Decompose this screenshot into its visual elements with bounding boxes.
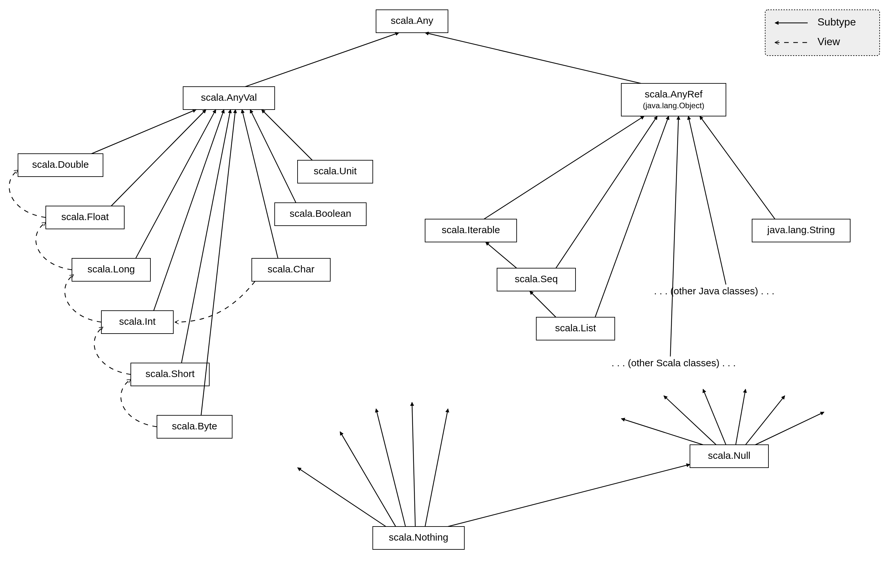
svg-line-45 [755,412,824,445]
svg-line-34 [530,291,556,317]
label-boolean: scala.Boolean [290,208,351,219]
legend-subtype-label: Subtype [817,16,856,28]
note-other-scala: . . . (other Scala classes) . . . [612,357,736,368]
svg-line-21 [245,33,399,87]
node-int: scala.Int [101,311,173,334]
svg-line-50 [425,409,448,526]
node-nothing: scala.Nothing [373,526,464,549]
node-short: scala.Short [131,363,209,386]
svg-line-38 [670,116,678,357]
svg-line-42 [703,389,726,445]
svg-line-26 [154,110,224,311]
svg-line-33 [486,242,516,268]
svg-line-47 [340,432,396,526]
svg-line-28 [201,110,236,415]
node-anyref: scala.AnyRef (java.lang.Object) [621,83,726,116]
svg-line-29 [242,110,278,258]
label-null: scala.Null [708,450,751,461]
label-list: scala.List [555,322,596,333]
node-char: scala.Char [252,258,330,281]
svg-line-48 [376,409,405,526]
label-anyref: scala.AnyRef [645,89,703,100]
svg-line-35 [700,116,775,219]
label-nothing: scala.Nothing [389,532,448,543]
label-any: scala.Any [391,15,433,26]
label-short: scala.Short [145,368,195,379]
svg-line-41 [664,396,716,445]
node-double: scala.Double [18,154,103,177]
svg-line-49 [412,402,415,526]
label-anyval: scala.AnyVal [201,92,257,103]
node-iterable: scala.Iterable [425,219,516,242]
scala-hierarchy-diagram: Subtype View scala.Any scala.AnyVal scal… [0,0,894,588]
svg-line-40 [621,419,703,445]
node-null: scala.Null [690,445,769,468]
svg-line-22 [425,33,641,83]
svg-line-51 [448,464,690,526]
label-string: java.lang.String [767,224,835,235]
label-char: scala.Char [267,264,314,274]
svg-line-31 [261,110,312,160]
svg-line-39 [688,116,726,284]
svg-line-36 [556,116,657,268]
node-byte: scala.Byte [157,415,232,438]
svg-line-46 [297,468,386,526]
node-string: java.lang.String [752,219,850,242]
node-seq: scala.Seq [497,268,575,291]
label-seq: scala.Seq [515,274,558,284]
label-anyref-sub: (java.lang.Object) [643,101,704,110]
label-int: scala.Int [119,316,156,327]
svg-line-32 [484,116,644,219]
svg-line-43 [736,389,746,445]
node-list: scala.List [536,317,615,340]
node-boolean: scala.Boolean [275,203,366,226]
label-iterable: scala.Iterable [442,224,500,235]
label-long: scala.Long [87,264,135,274]
node-long: scala.Long [72,258,150,281]
svg-line-30 [250,110,296,203]
node-float: scala.Float [46,206,124,229]
svg-line-44 [746,396,785,445]
node-anyval: scala.AnyVal [183,87,275,110]
legend: Subtype View [765,10,880,56]
svg-line-25 [136,110,216,258]
label-unit: scala.Unit [314,165,357,176]
legend-view-label: View [817,36,840,47]
label-float: scala.Float [61,211,109,222]
svg-line-24 [111,110,206,206]
label-double: scala.Double [32,159,89,170]
label-byte: scala.Byte [172,420,217,431]
svg-line-23 [92,110,196,154]
svg-line-27 [181,110,231,363]
node-unit: scala.Unit [297,160,373,183]
node-any: scala.Any [376,10,448,33]
